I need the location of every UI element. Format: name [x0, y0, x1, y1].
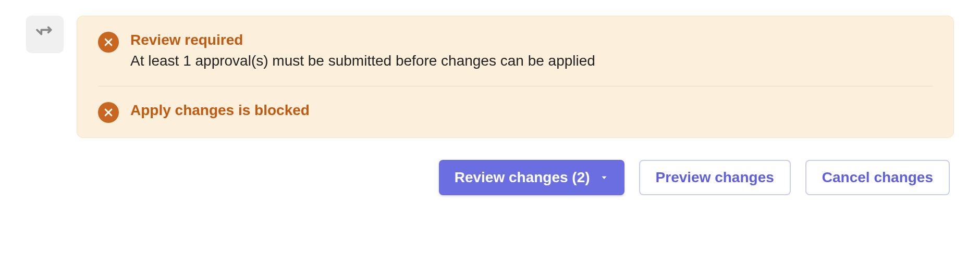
error-icon	[98, 102, 119, 123]
alert-title: Review required	[130, 31, 933, 49]
preview-changes-button[interactable]: Preview changes	[639, 160, 791, 195]
alert-description: At least 1 approval(s) must be submitted…	[130, 50, 933, 71]
alert-box: Review required At least 1 approval(s) m…	[77, 16, 954, 138]
merge-icon-box	[26, 16, 64, 53]
alert-content: Apply changes is blocked	[130, 101, 933, 120]
changes-panel: Review required At least 1 approval(s) m…	[26, 16, 954, 195]
cancel-changes-button[interactable]: Cancel changes	[805, 160, 950, 195]
error-icon	[98, 32, 119, 53]
review-changes-button[interactable]: Review changes (2)	[439, 160, 624, 195]
alert-apply-blocked: Apply changes is blocked	[98, 86, 933, 123]
merge-arrow-icon	[34, 23, 55, 46]
preview-changes-label: Preview changes	[656, 169, 774, 186]
action-button-row: Review changes (2) Preview changes Cance…	[77, 160, 954, 195]
cancel-changes-label: Cancel changes	[822, 169, 933, 186]
review-changes-label: Review changes (2)	[455, 169, 590, 186]
main-column: Review required At least 1 approval(s) m…	[77, 16, 954, 195]
alert-content: Review required At least 1 approval(s) m…	[130, 31, 933, 71]
alert-review-required: Review required At least 1 approval(s) m…	[98, 31, 933, 71]
caret-down-icon	[599, 173, 609, 182]
alert-title: Apply changes is blocked	[130, 101, 933, 120]
